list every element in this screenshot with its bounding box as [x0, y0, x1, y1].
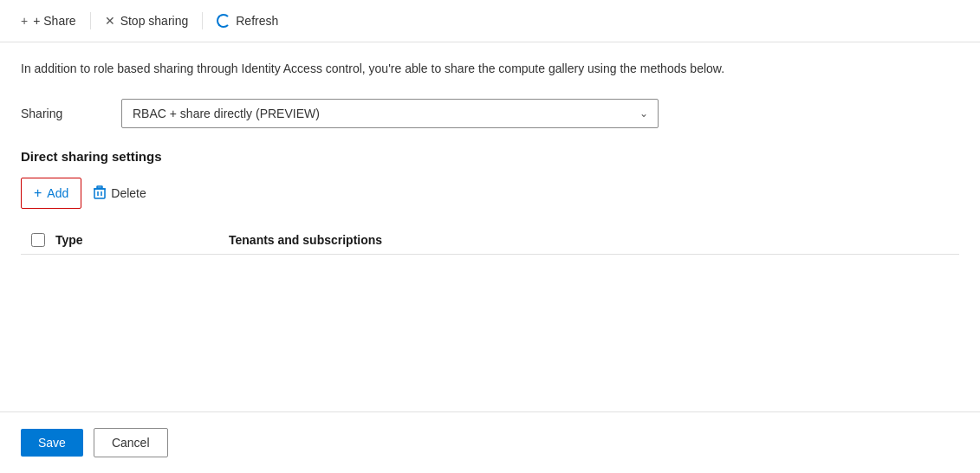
toolbar: + + Share ✕ Stop sharing Refresh	[0, 0, 980, 42]
info-description: In addition to role based sharing throug…	[21, 60, 959, 78]
cancel-label: Cancel	[112, 436, 150, 450]
share-button[interactable]: + + Share	[14, 9, 83, 33]
col-tenants-header: Tenants and subscriptions	[229, 233, 959, 247]
save-label: Save	[38, 436, 66, 450]
header-checkbox-cell	[21, 233, 55, 247]
save-button[interactable]: Save	[21, 429, 83, 457]
table-body-empty	[21, 255, 959, 307]
action-bar: + Add Delete	[21, 178, 959, 209]
select-all-checkbox[interactable]	[31, 233, 45, 247]
svg-rect-3	[97, 186, 102, 188]
cancel-button[interactable]: Cancel	[94, 428, 168, 457]
stop-sharing-label: Stop sharing	[120, 14, 189, 28]
toolbar-divider-2	[202, 12, 203, 29]
delete-label: Delete	[111, 186, 146, 200]
close-icon: ✕	[105, 14, 115, 28]
plus-icon: +	[21, 14, 28, 28]
trash-icon	[94, 185, 106, 202]
sharing-label: Sharing	[21, 107, 107, 120]
toolbar-divider-1	[90, 12, 91, 29]
col-type-header: Type	[55, 233, 229, 247]
delete-button[interactable]: Delete	[81, 178, 158, 209]
sharing-form-row: Sharing RBAC + share directly (PREVIEW) …	[21, 99, 959, 128]
main-content: In addition to role based sharing throug…	[0, 42, 980, 324]
direct-sharing-section: Direct sharing settings + Add Delete	[21, 149, 959, 307]
add-button[interactable]: + Add	[21, 178, 81, 209]
sharing-select-wrapper: RBAC + share directly (PREVIEW) RBAC onl…	[121, 99, 659, 128]
share-label: + Share	[33, 14, 75, 28]
sharing-select[interactable]: RBAC + share directly (PREVIEW) RBAC onl…	[121, 99, 659, 128]
table-header: Type Tenants and subscriptions	[21, 226, 959, 255]
stop-sharing-button[interactable]: ✕ Stop sharing	[98, 9, 196, 33]
svg-rect-0	[94, 189, 105, 198]
add-label: Add	[47, 186, 68, 200]
footer: Save Cancel	[0, 412, 980, 473]
refresh-button[interactable]: Refresh	[210, 9, 285, 33]
refresh-icon	[217, 14, 230, 28]
add-plus-icon: +	[34, 185, 42, 201]
section-title: Direct sharing settings	[21, 149, 959, 164]
refresh-label: Refresh	[236, 14, 278, 28]
